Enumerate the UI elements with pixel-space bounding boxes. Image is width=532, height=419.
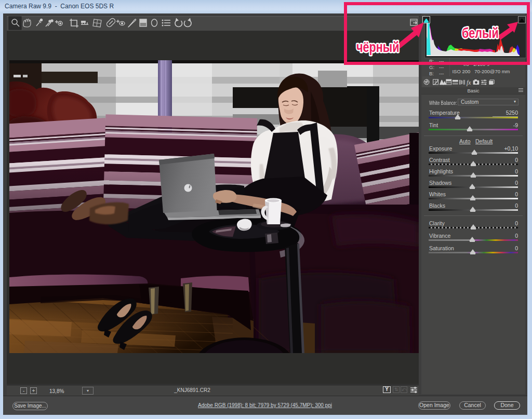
svg-text:чёрный: чёрный	[356, 39, 399, 55]
svg-text:белый: белый	[462, 25, 499, 41]
